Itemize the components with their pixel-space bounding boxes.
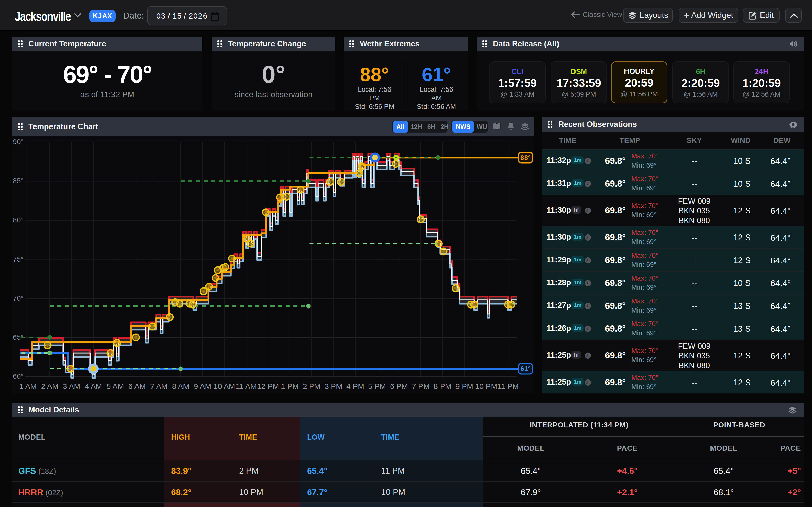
svg-text:2 AM: 2 AM	[41, 382, 58, 390]
svg-text:6 PM: 6 PM	[390, 382, 408, 390]
svg-text:5 AM: 5 AM	[107, 382, 124, 390]
svg-text:90°: 90°	[13, 138, 23, 146]
svg-text:85°: 85°	[13, 177, 23, 185]
svg-text:8 AM: 8 AM	[172, 382, 189, 390]
svg-text:8 PM: 8 PM	[434, 382, 451, 390]
svg-text:75°: 75°	[13, 256, 23, 263]
svg-text:4 PM: 4 PM	[346, 382, 364, 390]
svg-text:12 PM: 12 PM	[257, 382, 279, 390]
svg-text:6 AM: 6 AM	[129, 382, 146, 390]
svg-text:7 PM: 7 PM	[412, 382, 429, 390]
svg-text:1 PM: 1 PM	[281, 382, 299, 390]
svg-text:3 PM: 3 PM	[324, 382, 342, 390]
svg-text:80°: 80°	[13, 216, 23, 224]
svg-text:1 AM: 1 AM	[19, 382, 37, 390]
svg-text:3 AM: 3 AM	[63, 382, 80, 390]
svg-text:9 AM: 9 AM	[194, 382, 211, 390]
svg-text:5 PM: 5 PM	[368, 382, 386, 390]
svg-text:4 AM: 4 AM	[85, 382, 102, 390]
svg-text:7 AM: 7 AM	[150, 382, 167, 390]
svg-text:11 AM: 11 AM	[236, 382, 257, 390]
svg-text:61°: 61°	[520, 365, 530, 373]
svg-text:60°: 60°	[13, 373, 23, 380]
svg-text:9 PM: 9 PM	[455, 382, 473, 390]
svg-text:10 PM: 10 PM	[475, 382, 497, 390]
svg-text:2 PM: 2 PM	[303, 382, 320, 390]
svg-text:10 AM: 10 AM	[213, 382, 235, 390]
svg-text:70°: 70°	[13, 294, 23, 302]
svg-text:11 PM: 11 PM	[497, 382, 519, 390]
svg-text:88°: 88°	[520, 154, 530, 162]
